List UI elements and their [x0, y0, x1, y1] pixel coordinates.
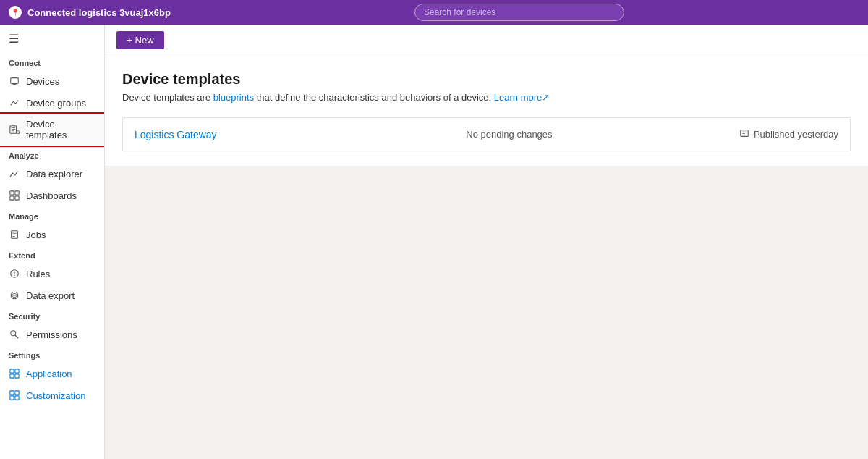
jobs-label: Jobs: [26, 230, 46, 240]
right-panel: + New Device templates Device templates …: [105, 25, 868, 459]
rules-icon: [9, 268, 20, 279]
sidebar-item-device-groups[interactable]: Device groups: [0, 92, 104, 114]
svg-rect-9: [10, 191, 14, 195]
learn-more-link[interactable]: Learn more↗: [494, 92, 550, 103]
devices-label: Devices: [26, 76, 59, 87]
data-explorer-icon: [9, 168, 20, 180]
new-button-icon: +: [127, 35, 132, 46]
section-label-connect: Connect: [0, 53, 104, 70]
rules-label: Rules: [26, 269, 50, 279]
page-description: Device templates are blueprints that def…: [122, 92, 851, 103]
dashboards-icon: [9, 190, 20, 201]
sidebar-item-dashboards[interactable]: Dashboards: [0, 185, 104, 206]
dashboards-label: Dashboards: [26, 190, 77, 201]
template-list: Logistics Gateway No pending changes Pub: [122, 117, 851, 151]
svg-rect-31: [15, 396, 19, 400]
devices-icon: [9, 75, 20, 87]
content-area: Device templates Device templates are bl…: [105, 56, 868, 459]
svg-rect-12: [15, 196, 19, 200]
sidebar-item-rules[interactable]: Rules: [0, 263, 104, 285]
toolbar: + New: [105, 25, 868, 56]
sidebar-item-jobs[interactable]: Jobs: [0, 224, 104, 245]
svg-rect-28: [10, 391, 14, 395]
sidebar-item-permissions[interactable]: Permissions: [0, 324, 104, 345]
customization-label: Customization: [26, 390, 85, 401]
application-icon: [9, 368, 20, 379]
section-label-analyze: Analyze: [0, 146, 104, 163]
logo-icon: 📍: [9, 6, 22, 19]
permissions-icon: [9, 329, 20, 340]
application-label: Application: [26, 369, 72, 379]
app-logo: 📍 Connected logistics 3vuaj1x6bp: [9, 6, 171, 19]
main-layout: ☰ Connect Devices Device groups: [0, 25, 868, 459]
svg-rect-11: [10, 196, 14, 200]
new-button[interactable]: + New: [116, 31, 164, 49]
template-name[interactable]: Logistics Gateway: [135, 129, 279, 140]
search-input[interactable]: [414, 4, 624, 21]
sidebar-item-data-export[interactable]: Data export: [0, 285, 104, 306]
sidebar-item-customization[interactable]: Customization: [0, 384, 104, 406]
page-title: Device templates: [122, 71, 851, 88]
published-text: Published yesterday: [754, 129, 838, 140]
section-label-security: Security: [0, 306, 104, 324]
description-middle: that define the characteristics and beha…: [254, 92, 491, 103]
description-highlight: blueprints: [213, 92, 254, 103]
published-icon: [739, 128, 749, 140]
data-export-label: Data export: [26, 290, 75, 301]
data-explorer-label: Data explorer: [26, 169, 82, 180]
device-groups-icon: [9, 97, 20, 109]
template-published: Published yesterday: [739, 128, 838, 140]
svg-rect-29: [15, 391, 19, 395]
sidebar-item-data-explorer[interactable]: Data explorer: [0, 163, 104, 185]
svg-rect-0: [11, 78, 19, 84]
svg-line-8: [19, 133, 20, 134]
sidebar: ☰ Connect Devices Device groups: [0, 25, 105, 459]
device-groups-label: Device groups: [26, 98, 86, 109]
hamburger-button[interactable]: ☰: [0, 25, 104, 53]
description-prefix: Device templates are: [122, 92, 213, 103]
table-row: Logistics Gateway No pending changes Pub: [123, 118, 850, 151]
customization-icon: [9, 389, 20, 401]
svg-point-22: [11, 331, 16, 336]
svg-line-23: [15, 335, 18, 338]
svg-rect-27: [15, 374, 19, 378]
search-container: [414, 4, 624, 21]
sidebar-item-devices[interactable]: Devices: [0, 70, 104, 92]
sidebar-item-device-templates[interactable]: Device templates: [0, 114, 104, 146]
jobs-icon: [9, 229, 20, 240]
content-inner: Device templates Device templates are bl…: [105, 56, 868, 166]
section-label-settings: Settings: [0, 345, 104, 363]
svg-point-19: [14, 274, 14, 275]
device-templates-label: Device templates: [26, 119, 95, 140]
device-templates-icon: [9, 124, 20, 135]
svg-rect-24: [10, 369, 14, 373]
svg-rect-10: [15, 191, 19, 195]
template-status: No pending changes: [437, 129, 582, 140]
permissions-label: Permissions: [26, 329, 77, 340]
data-export-icon: [9, 290, 20, 301]
topbar: 📍 Connected logistics 3vuaj1x6bp: [0, 0, 868, 25]
section-label-manage: Manage: [0, 206, 104, 224]
svg-rect-30: [10, 396, 14, 400]
sidebar-item-application[interactable]: Application: [0, 363, 104, 384]
section-label-extend: Extend: [0, 245, 104, 263]
new-button-label: New: [135, 35, 154, 46]
app-name: Connected logistics 3vuaj1x6bp: [27, 7, 171, 18]
svg-rect-25: [15, 369, 19, 373]
svg-rect-26: [10, 374, 14, 378]
learn-more-label: Learn more: [494, 92, 542, 103]
